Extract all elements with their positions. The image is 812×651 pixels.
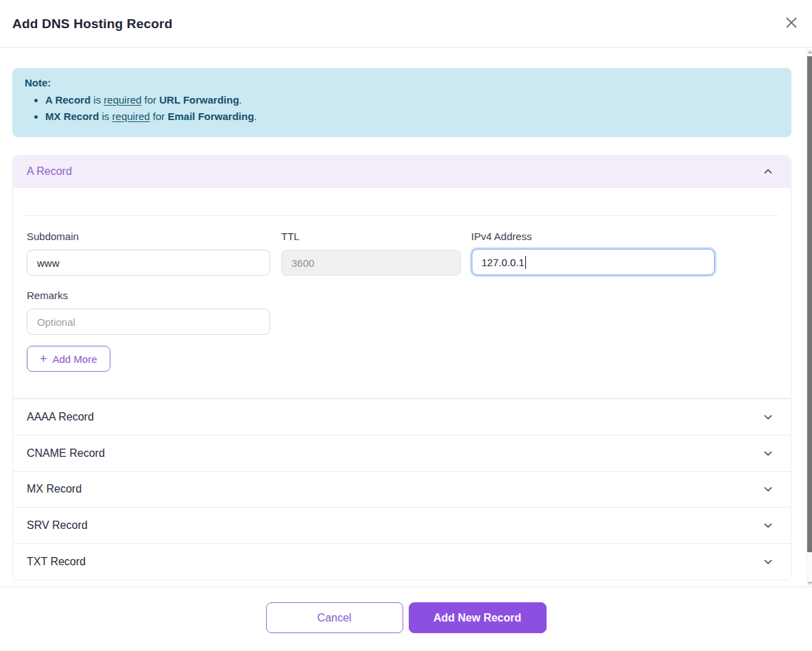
modal-footer: Cancel Add New Record [0, 602, 812, 633]
chevron-down-icon [762, 483, 774, 495]
accordion-section-label: A Record [27, 165, 72, 178]
chevron-down-icon [762, 447, 774, 460]
note-preposition: for [145, 94, 157, 106]
scrollbar-thumb[interactable] [807, 56, 812, 552]
chevron-down-icon [762, 556, 774, 568]
modal-header: Add DNS Hosting Record [0, 0, 812, 48]
close-button[interactable] [780, 13, 802, 35]
subdomain-input[interactable] [27, 250, 270, 276]
note-terminator: . [254, 110, 256, 122]
accordion-section-a-record[interactable]: A Record [13, 156, 791, 188]
remarks-input[interactable] [27, 309, 270, 335]
page-title: Add DNS Hosting Record [12, 16, 172, 32]
note-subject: A Record [45, 94, 91, 106]
add-more-label: Add More [53, 353, 97, 365]
ipv4-address-value: 127.0.0.1 [481, 257, 525, 268]
note-subject: MX Record [45, 110, 99, 122]
accordion-section-label: CNAME Record [27, 447, 105, 460]
add-more-button[interactable]: + Add More [27, 346, 110, 372]
ttl-input[interactable] [281, 250, 461, 276]
ipv4-address-input[interactable]: 127.0.0.1 [471, 248, 715, 276]
text-cursor [525, 256, 527, 269]
scroll-down-arrow-icon [807, 582, 812, 585]
cancel-button[interactable]: Cancel [266, 602, 403, 633]
accordion-section-label: AAAA Record [27, 411, 94, 423]
note-list: A Record is required for URL Forwarding.… [25, 92, 779, 125]
note-feature: Email Forwarding [167, 110, 254, 122]
add-new-record-button[interactable]: Add New Record [409, 602, 547, 633]
note-item-mx-record: MX Record is required for Email Forwardi… [45, 108, 779, 125]
note-item-a-record: A Record is required for URL Forwarding. [45, 92, 779, 108]
accordion-section-cname-record[interactable]: CNAME Record [13, 435, 791, 471]
note-feature: URL Forwarding [159, 94, 239, 106]
note-preposition: for [153, 110, 165, 122]
note-requirement: required [104, 94, 141, 106]
remarks-label: Remarks [27, 289, 68, 301]
ttl-label: TTL [281, 230, 300, 242]
note-terminator: . [239, 94, 242, 106]
accordion-section-aaaa-record[interactable]: AAAA Record [13, 399, 791, 435]
note-verb: is [93, 94, 101, 106]
note-heading: Note: [25, 77, 779, 88]
scroll-up-arrow-icon [807, 50, 812, 54]
subdomain-label: Subdomain [27, 230, 79, 242]
accordion-section-label: SRV Record [27, 519, 88, 532]
accordion-section-txt-record[interactable]: TXT Record [13, 543, 791, 580]
note-banner: Note: A Record is required for URL Forwa… [12, 68, 791, 137]
note-verb: is [102, 110, 110, 122]
plus-icon: + [40, 353, 47, 365]
add-dns-record-modal: Add DNS Hosting Record Note: A Record is… [0, 0, 812, 651]
panel-divider [25, 215, 778, 216]
accordion-section-label: MX Record [27, 483, 82, 495]
chevron-up-icon [762, 165, 774, 178]
ipv4-address-label: IPv4 Address [471, 230, 532, 242]
footer-divider [0, 587, 812, 587]
close-icon [785, 16, 798, 32]
accordion-section-mx-record[interactable]: MX Record [13, 471, 791, 508]
accordion-section-label: TXT Record [27, 556, 86, 568]
chevron-down-icon [762, 411, 774, 423]
a-record-panel: Subdomain TTL IPv4 Address 127.0.0.1 Rem… [13, 188, 791, 399]
dns-record-accordion: A Record Subdomain TTL IPv4 Address 127.… [12, 155, 791, 580]
scrollbar[interactable] [807, 49, 812, 587]
accordion-section-srv-record[interactable]: SRV Record [13, 507, 791, 543]
chevron-down-icon [762, 519, 774, 532]
note-requirement: required [112, 110, 150, 122]
